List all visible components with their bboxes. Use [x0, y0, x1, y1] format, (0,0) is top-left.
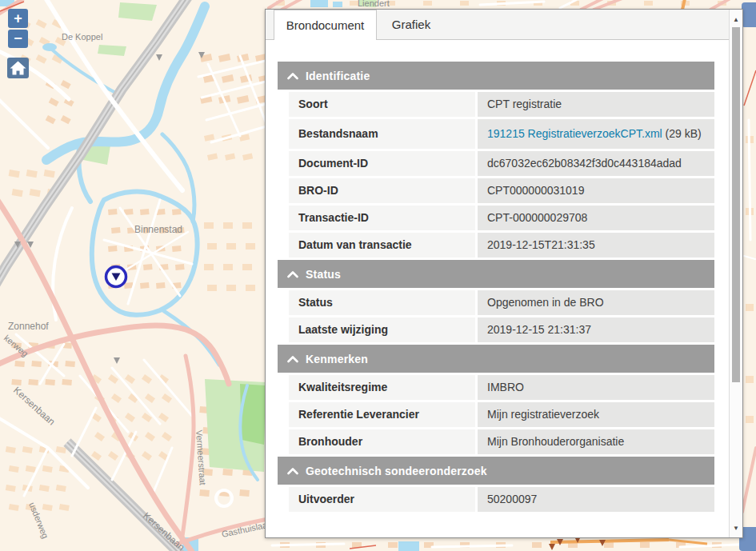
panel-scrollbar[interactable]: ▲ ▼ [729, 10, 742, 537]
table-row-referentie-leverancier: Referentie LeverancierMijn registratieve… [289, 402, 714, 427]
table-row-transactie-id: Transactie-IDCPT-000000029708 [289, 206, 714, 230]
table-row-status: StatusOpgenomen in de BRO [289, 290, 714, 315]
map-building [222, 469, 233, 476]
map-building [65, 361, 75, 367]
scrollbar-up-arrow[interactable]: ▲ [730, 13, 742, 26]
map-building [246, 243, 255, 250]
row-label: Kwaliteitsregime [289, 375, 475, 400]
row-value: CPT-000000029708 [478, 206, 714, 230]
detail-panel: Brondocument Grafiek IdentificatieSoortC… [265, 9, 743, 538]
section-header-kenmerken[interactable]: Kenmerken [278, 345, 714, 373]
map-building [62, 379, 72, 385]
row-value: IMBRO [478, 375, 714, 400]
map-road [432, 545, 512, 547]
scrollbar-down-arrow[interactable]: ▼ [730, 521, 742, 534]
row-value: Mijn registratieverzoek [478, 402, 714, 427]
row-label: Document-ID [289, 151, 475, 176]
map-water [398, 541, 419, 551]
map-building [172, 209, 182, 215]
map-control-top-right[interactable] [742, 2, 756, 27]
row-value: 2019-12-15 21:31:37 [478, 317, 714, 342]
section-header-geotechnisch-sondeeronderzoek[interactable]: Geotechnisch sondeeronderzoek [278, 457, 714, 485]
map-building [204, 264, 214, 270]
section-rows: SoortCPT registratieBestandsnaam191215 R… [289, 92, 714, 258]
tab-bar: Brondocument Grafiek [266, 10, 729, 40]
section-title: Status [306, 268, 341, 281]
map-building [242, 222, 252, 229]
table-row-soort: SoortCPT registratie [289, 92, 714, 117]
row-label: Transactie-ID [289, 206, 475, 230]
map-water [333, 2, 342, 7]
row-label: Datum van transactie [289, 233, 475, 258]
map-pond [42, 43, 57, 51]
row-value: dc67032ec62b08342f3d0c443184adad [478, 151, 714, 176]
section-title: Identificatie [306, 70, 370, 82]
map-building [226, 243, 236, 250]
plus-icon: + [14, 10, 22, 26]
row-label: Bestandsnaam [289, 119, 475, 149]
map-building [388, 542, 398, 548]
table-row-bestandsnaam: Bestandsnaam191215 RegistratieverzoekCPT… [289, 119, 714, 149]
map-building [644, 1, 653, 6]
map-building [746, 376, 754, 383]
row-label: BRO-ID [289, 178, 475, 203]
map-building [223, 264, 233, 270]
table-row-uitvoerder: Uitvoerder50200097 [289, 487, 714, 512]
section-rows: StatusOpgenomen in de BROLaatste wijzigi… [289, 290, 714, 342]
tab-grafiek[interactable]: Grafiek [377, 10, 446, 39]
map-building [532, 542, 542, 548]
row-value: Mijn Bronhouderorganisatie [478, 429, 714, 454]
map-building [111, 227, 121, 234]
map-building [175, 264, 185, 270]
map-building [140, 209, 150, 215]
map-building [604, 542, 614, 548]
map-road [272, 544, 344, 545]
map-label: De Koppel [62, 32, 102, 42]
table-row-document-id: Document-IDdc67032ec62b08342f3d0c443184a… [289, 151, 714, 176]
minus-icon: − [14, 30, 22, 46]
row-value: 50200097 [478, 487, 714, 512]
section-rows: Uitvoerder50200097 [289, 487, 714, 512]
tab-brondocument[interactable]: Brondocument [274, 10, 377, 40]
map-label: Binnenstad [134, 224, 182, 235]
chevron-up-icon [287, 355, 298, 363]
map-building [14, 361, 25, 367]
map-park [118, 2, 157, 21]
row-value: Opgenomen in de BRO [478, 290, 714, 315]
map-building [423, 1, 432, 6]
chevron-up-icon [287, 467, 298, 475]
file-download-link[interactable]: 191215 RegistratieverzoekCPT.xml [487, 127, 662, 140]
panel-content: IdentificatieSoortCPT registratieBestand… [266, 40, 729, 512]
row-label: Bronhouder [289, 429, 475, 454]
map-building [460, 1, 469, 6]
map-building [242, 264, 252, 270]
map-building [143, 264, 153, 270]
map-building [246, 285, 255, 291]
map-building [239, 489, 250, 497]
row-label: Soort [289, 92, 475, 117]
map-water [310, 0, 328, 7]
row-value: 2019-12-15T21:31:35 [478, 233, 714, 258]
map-building [11, 379, 22, 385]
section-rows: KwaliteitsregimeIMBROReferentie Leveranc… [289, 375, 714, 454]
row-label: Referentie Leverancier [289, 402, 475, 427]
map-building [140, 282, 150, 289]
map-building [199, 489, 210, 497]
map-building [746, 304, 754, 311]
row-value: CPT registratie [478, 92, 714, 117]
map-label: Liendert [358, 0, 390, 8]
map-building [204, 222, 214, 229]
table-row-datum-van-transactie: Datum van transactie2019-12-15T21:31:35 [289, 233, 714, 258]
section-header-status[interactable]: Status [278, 260, 714, 288]
table-row-laatste-wijziging: Laatste wijziging2019-12-15 21:31:37 [289, 317, 714, 342]
map-building [108, 246, 118, 252]
scrollbar-thumb[interactable] [732, 27, 740, 382]
table-row-bro-id: BRO-IDCPT000000031019 [289, 178, 714, 203]
map-building [156, 282, 166, 289]
row-label: Uitvoerder [289, 487, 475, 512]
map-building [226, 285, 236, 291]
row-value: CPT000000031019 [478, 178, 714, 203]
map-building [45, 379, 55, 385]
map-building [746, 416, 754, 423]
section-header-identificatie[interactable]: Identificatie [278, 62, 714, 90]
